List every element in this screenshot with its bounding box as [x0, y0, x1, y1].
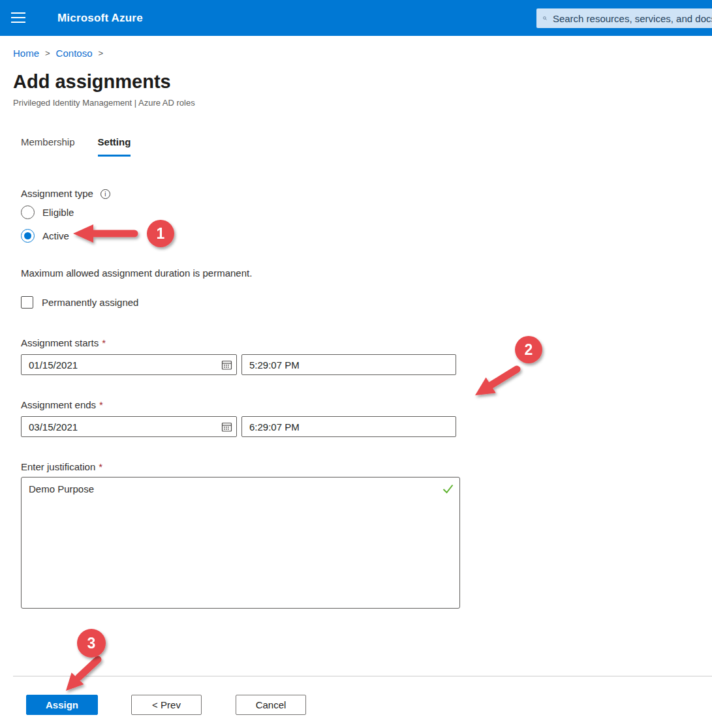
- required-asterisk: *: [102, 337, 106, 348]
- assignment-ends-label: Assignment ends*: [21, 399, 712, 412]
- valid-checkmark-icon: [442, 483, 454, 498]
- eligible-radio[interactable]: [21, 205, 35, 219]
- end-time-input[interactable]: [241, 416, 456, 437]
- end-date-input[interactable]: [22, 421, 217, 432]
- search-box[interactable]: Search resources, services, and docs: [536, 8, 712, 28]
- tab-bar: Membership Setting: [21, 135, 712, 157]
- assignment-starts-label: Assignment starts*: [21, 337, 712, 350]
- assignment-ends-field: [21, 416, 712, 437]
- main-content: Home > Contoso > Add assignments Privile…: [0, 36, 712, 715]
- start-time-input[interactable]: [241, 354, 456, 375]
- assignment-type-label: Assignment type: [21, 187, 93, 200]
- top-bar: Microsoft Azure Search resources, servic…: [0, 0, 712, 36]
- cancel-button[interactable]: Cancel: [236, 695, 306, 715]
- active-radio-label: Active: [42, 230, 69, 241]
- assignment-starts-field: [21, 354, 712, 375]
- permanently-assigned-label: Permanently assigned: [42, 297, 138, 308]
- breadcrumb: Home > Contoso >: [13, 47, 712, 60]
- breadcrumb-home-link[interactable]: Home: [13, 47, 39, 60]
- permanently-assigned-checkbox[interactable]: [21, 296, 33, 309]
- breadcrumb-separator: >: [45, 47, 50, 60]
- action-bar: Assign < Prev Cancel: [13, 676, 712, 715]
- radio-row-eligible: Eligible: [21, 204, 712, 220]
- eligible-radio-label: Eligible: [42, 207, 74, 218]
- required-asterisk: *: [99, 399, 103, 410]
- assignment-type-label-row: Assignment type i: [21, 187, 712, 200]
- permanently-assigned-row: Permanently assigned: [21, 295, 712, 309]
- duration-note: Maximum allowed assignment duration is p…: [21, 267, 712, 280]
- required-asterisk: *: [99, 461, 102, 472]
- search-placeholder: Search resources, services, and docs: [553, 13, 712, 24]
- start-date-field: [21, 354, 237, 375]
- breadcrumb-separator: >: [98, 47, 103, 60]
- end-date-field: [21, 416, 237, 437]
- settings-form: Assignment type i Eligible Active Maximu…: [21, 187, 712, 609]
- assign-button[interactable]: Assign: [26, 695, 98, 715]
- hamburger-menu-icon[interactable]: [11, 12, 25, 26]
- active-radio[interactable]: [21, 229, 35, 243]
- page-subtitle: Privileged Identity Management | Azure A…: [13, 97, 712, 109]
- tab-setting[interactable]: Setting: [98, 135, 131, 157]
- prev-button[interactable]: < Prev: [131, 695, 202, 715]
- search-icon: [543, 13, 547, 23]
- end-date-calendar-icon[interactable]: [217, 421, 236, 432]
- start-date-input[interactable]: [22, 359, 217, 371]
- page-title: Add assignments: [13, 68, 712, 95]
- justification-label: Enter justification*: [21, 461, 712, 474]
- brand-title[interactable]: Microsoft Azure: [57, 0, 143, 36]
- justification-field: Demo Purpose: [21, 477, 460, 609]
- radio-row-active: Active: [21, 228, 712, 243]
- info-icon[interactable]: i: [101, 189, 110, 199]
- breadcrumb-contoso-link[interactable]: Contoso: [56, 47, 93, 60]
- tab-membership[interactable]: Membership: [21, 135, 75, 157]
- justification-textarea[interactable]: Demo Purpose: [21, 477, 460, 609]
- start-date-calendar-icon[interactable]: [217, 359, 236, 371]
